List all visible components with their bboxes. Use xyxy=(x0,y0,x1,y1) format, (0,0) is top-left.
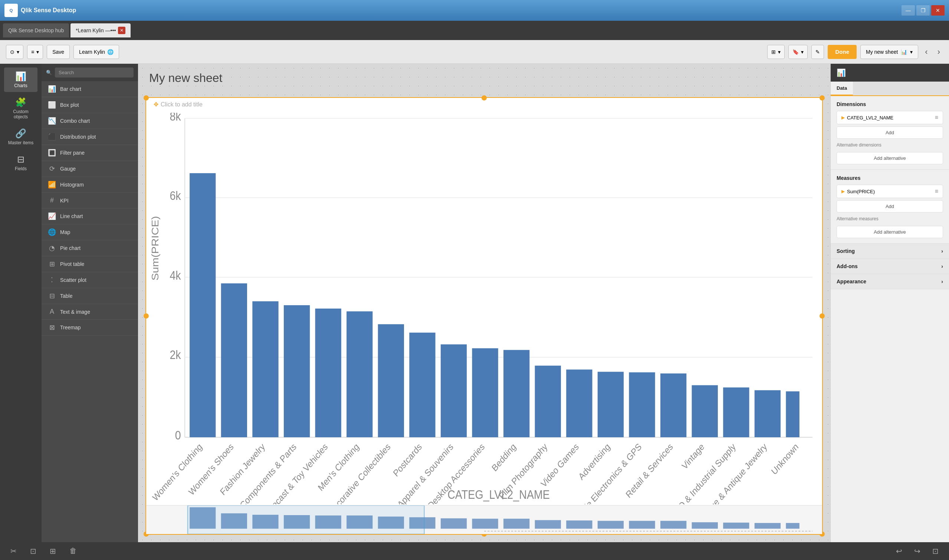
list-item-treemap[interactable]: ⊠ Treemap xyxy=(42,320,138,335)
svg-rect-30 xyxy=(755,390,781,437)
delete-button[interactable]: 🗑 xyxy=(66,545,80,557)
sorting-section[interactable]: Sorting › xyxy=(830,244,949,259)
tab-data[interactable]: Data xyxy=(830,82,853,95)
list-item-bar[interactable]: 📊 Bar chart xyxy=(42,81,138,97)
dimension-menu-icon[interactable]: ≡ xyxy=(935,114,938,121)
appearance-label: Appearance xyxy=(837,278,866,285)
tab-close-button[interactable]: ✕ xyxy=(118,27,125,34)
svg-rect-19 xyxy=(409,333,435,437)
canvas-area[interactable]: My new sheet ✥ Click to add title xyxy=(138,64,830,542)
list-item-filter[interactable]: 🔳 Filter pane xyxy=(42,145,138,161)
chart-container[interactable]: ✥ Click to add title 8k 6k 4k xyxy=(145,97,823,535)
app-name-button[interactable]: Learn Kylin 🌐 xyxy=(74,45,119,59)
measure-menu-icon[interactable]: ≡ xyxy=(935,188,938,195)
measure-expand-icon: ▶ xyxy=(841,189,845,194)
edit-button[interactable]: ✎ xyxy=(811,45,824,59)
list-item-distribution[interactable]: ⬛ Distribution plot xyxy=(42,129,138,145)
svg-rect-69 xyxy=(692,522,718,528)
box-plot-label: Box plot xyxy=(60,102,79,108)
menu-button[interactable]: ≡ ▾ xyxy=(27,45,43,59)
list-item-text[interactable]: A Text & image xyxy=(42,304,138,320)
box-plot-icon: ⬜ xyxy=(48,101,56,109)
status-bar-right: ↩ ↪ ⊡ xyxy=(893,545,941,557)
svg-rect-18 xyxy=(378,324,404,437)
handle-top-right[interactable] xyxy=(820,95,825,100)
sidebar-item-master[interactable]: 🔗 Master items xyxy=(4,125,37,149)
bookmark-button[interactable]: 🔖 ▾ xyxy=(788,45,808,59)
svg-rect-21 xyxy=(472,348,498,437)
next-sheet-button[interactable]: › xyxy=(935,46,943,58)
maximize-button[interactable]: ❐ xyxy=(917,5,930,15)
chart-search-container: 🔍 xyxy=(42,64,138,81)
status-bar-left: ✂ ⊡ ⊞ 🗑 xyxy=(8,545,80,557)
hub-button[interactable]: ⊙ ▾ xyxy=(6,45,23,59)
list-item-combo[interactable]: 📉 Combo chart xyxy=(42,113,138,129)
svg-text:8k: 8k xyxy=(169,113,181,123)
sheet-name-label: My new sheet xyxy=(866,49,898,55)
list-item-line[interactable]: 📈 Line chart xyxy=(42,208,138,225)
tab-hub[interactable]: Qlik Sense Desktop hub xyxy=(3,23,69,37)
search-input[interactable] xyxy=(55,68,134,77)
list-item-map[interactable]: 🌐 Map xyxy=(42,225,138,240)
svg-rect-13 xyxy=(221,283,247,437)
fullscreen-button[interactable]: ⊡ xyxy=(929,545,941,557)
title-bar: Q Qlik Sense Desktop — ❐ ✕ xyxy=(0,0,949,21)
svg-rect-66 xyxy=(598,521,624,528)
add-alternative-measure-button[interactable]: Add alternative xyxy=(837,226,943,238)
right-panel-tabs: Data xyxy=(830,82,949,96)
svg-text:4k: 4k xyxy=(169,269,181,282)
cut-button[interactable]: ✂ xyxy=(8,545,20,557)
combo-chart-label: Combo chart xyxy=(60,118,90,124)
done-button[interactable]: Done xyxy=(828,45,857,59)
tab-learn[interactable]: *Learn Kylin —••• ✕ xyxy=(71,23,131,37)
minimap-svg xyxy=(146,506,822,534)
list-item-pivot[interactable]: ⊞ Pivot table xyxy=(42,256,138,272)
paste-button[interactable]: ⊞ xyxy=(47,545,59,557)
sidebar-item-charts[interactable]: 📊 Charts xyxy=(4,68,37,92)
sheet-name-pill[interactable]: My new sheet 📊 ▾ xyxy=(860,45,918,59)
add-alternative-dimension-button[interactable]: Add alternative xyxy=(837,152,943,164)
preview-icon: ⊞ xyxy=(771,49,776,55)
sidebar-item-custom[interactable]: 🧩 Custom objects xyxy=(4,94,37,123)
handle-top-left[interactable] xyxy=(143,95,149,100)
panel-header-icon: 📊 xyxy=(837,68,846,77)
add-dimension-button[interactable]: Add xyxy=(837,126,943,139)
list-item-scatter[interactable]: ⁚ Scatter plot xyxy=(42,272,138,288)
text-image-icon: A xyxy=(48,308,56,315)
list-item-kpi[interactable]: # KPI xyxy=(42,193,138,208)
prev-sheet-button[interactable]: ‹ xyxy=(922,46,931,58)
alt-measures-label: Alternative measures xyxy=(837,216,943,222)
list-item-box[interactable]: ⬜ Box plot xyxy=(42,97,138,113)
dimension-item-1[interactable]: ▶ CATEG_LVL2_NAME ≡ xyxy=(837,111,943,124)
undo-button[interactable]: ↩ xyxy=(893,545,905,557)
add-measure-button[interactable]: Add xyxy=(837,200,943,212)
bar-chart-label: Bar chart xyxy=(60,86,81,92)
chart-title-placeholder[interactable]: ✥ Click to add title xyxy=(154,101,203,108)
scatter-plot-icon: ⁚ xyxy=(48,276,56,284)
svg-text:2k: 2k xyxy=(169,348,181,362)
addons-section[interactable]: Add-ons › xyxy=(830,259,949,274)
dimensions-section: Dimensions ▶ CATEG_LVL2_NAME ≡ Add Alter… xyxy=(830,96,949,170)
handle-top-center[interactable] xyxy=(482,95,487,100)
close-button[interactable]: ✕ xyxy=(931,5,944,15)
measure-item-1[interactable]: ▶ Sum(PRICE) ≡ xyxy=(837,185,943,198)
edit-icon: ✎ xyxy=(815,49,820,55)
scatter-plot-label: Scatter plot xyxy=(60,277,86,283)
appearance-section[interactable]: Appearance › xyxy=(830,274,949,289)
app-globe-icon: 🌐 xyxy=(107,49,114,55)
list-item-pie[interactable]: ◔ Pie chart xyxy=(42,240,138,256)
list-item-histogram[interactable]: 📶 Histogram xyxy=(42,177,138,193)
sidebar-item-fields[interactable]: ⊟ Fields xyxy=(4,151,37,175)
save-button[interactable]: Save xyxy=(47,45,70,59)
svg-rect-24 xyxy=(566,369,592,437)
list-item-table[interactable]: ⊟ Table xyxy=(42,288,138,304)
hub-dropdown-icon: ▾ xyxy=(17,49,19,55)
svg-rect-26 xyxy=(629,372,655,437)
svg-rect-20 xyxy=(441,345,467,437)
preview-button[interactable]: ⊞ ▾ xyxy=(767,45,785,59)
redo-button[interactable]: ↪ xyxy=(911,545,923,557)
list-item-gauge[interactable]: ⟳ Gauge xyxy=(42,161,138,177)
chart-minimap[interactable] xyxy=(146,505,822,534)
minimize-button[interactable]: — xyxy=(901,5,915,15)
copy-button[interactable]: ⊡ xyxy=(27,545,39,557)
